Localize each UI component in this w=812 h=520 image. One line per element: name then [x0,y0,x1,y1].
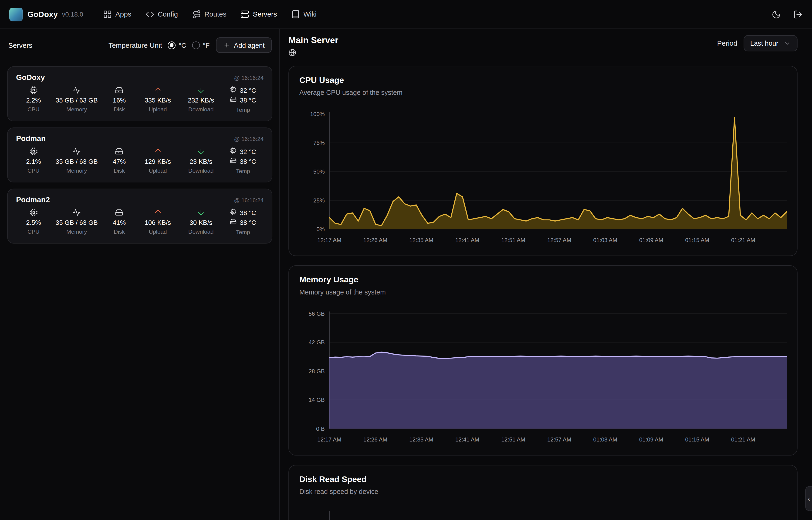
upload-label: Upload [149,229,167,235]
chart-title: Disk Read Speed [299,475,787,484]
hard-drive-icon [230,218,237,227]
chart-title: Memory Usage [299,275,787,284]
arrow-down-icon [197,147,205,156]
nav-label: Apps [115,10,131,18]
upload-stat: 106 KB/s Upload [136,208,179,235]
cpu-temp-value: 32 °C [240,87,256,94]
svg-text:12:35 AM: 12:35 AM [409,237,433,243]
activity-icon [73,147,81,156]
radio-dot-icon [168,41,175,49]
server-card-podman[interactable]: Podman @ 16:16:24 2.1% CPU 35 GB / 63 GB… [7,127,272,182]
hard-drive-icon [230,157,237,166]
cpu-label: CPU [27,167,39,174]
cpu-value: 2.5% [26,219,41,227]
sidebar-title: Servers [8,41,32,49]
svg-text:12:41 AM: 12:41 AM [455,237,479,243]
nav-label: Servers [253,10,277,18]
chart-subtitle: Memory usage of the system [299,288,787,296]
download-stat: 30 KB/s Download [179,208,222,235]
period-label: Period [717,40,737,47]
cpu-chip-icon [29,86,38,95]
nav-item-servers[interactable]: Servers [241,10,277,19]
svg-text:01:09 AM: 01:09 AM [639,237,663,243]
theme-toggle-moon-icon[interactable] [772,9,781,19]
disk-stat: 47% Disk [103,147,136,174]
chevron-down-icon [784,40,791,47]
disk-read-speed-chart: 1/2MB/s12:17 AM12:26 AM12:35 AM12:41 AM1… [299,508,787,520]
nav-label: Wiki [303,10,317,18]
download-label: Download [188,106,214,112]
disk-value: 47% [113,158,126,165]
code-icon [145,10,154,19]
add-agent-label: Add agent [234,41,265,49]
nav-item-wiki[interactable]: Wiki [291,10,317,19]
disk-temp-value: 38 °C [240,97,256,104]
arrow-down-icon [197,208,205,217]
arrow-up-icon [153,147,162,156]
server-card-podman2[interactable]: Podman2 @ 16:16:24 2.5% CPU 35 GB / 63 G… [7,189,272,244]
topbar-actions [772,9,803,19]
svg-text:01:21 AM: 01:21 AM [731,436,755,443]
main-header: Main Server Period Last hour [288,35,797,58]
disk-read-speed-card: Disk Read Speed Disk read speed by devic… [288,465,797,520]
server-updated-time: @ 16:16:24 [234,197,263,203]
activity-icon [73,208,81,217]
page-title: Main Server [288,35,338,46]
hard-drive-icon [230,96,237,105]
disk-label: Disk [114,167,125,174]
radio-circle-icon [192,41,199,49]
svg-text:01:15 AM: 01:15 AM [685,237,709,243]
cpu-label: CPU [27,106,39,112]
svg-text:12:51 AM: 12:51 AM [501,436,525,443]
period-value: Last hour [750,40,779,47]
grid-icon [103,10,112,19]
hard-drive-icon [115,86,123,95]
download-label: Download [188,229,214,235]
chart-title: CPU Usage [299,76,787,85]
svg-text:12:51 AM: 12:51 AM [501,237,525,243]
celsius-label: °C [178,41,186,49]
logout-icon[interactable] [793,9,803,19]
fahrenheit-label: °F [203,41,209,49]
cpu-stat: 2.1% CPU [16,147,51,174]
chart-subtitle: Average CPU usage of the system [299,88,787,96]
cpu-chip-icon [230,208,237,217]
panel-collapse-handle[interactable]: ‹ [805,486,812,511]
svg-text:50%: 50% [313,168,325,175]
svg-text:100%: 100% [310,111,325,117]
radio-celsius[interactable]: °C [168,41,186,49]
svg-text:12:57 AM: 12:57 AM [547,436,571,443]
upload-value: 129 KB/s [145,158,171,165]
globe-icon[interactable] [288,49,338,58]
upload-stat: 335 KB/s Upload [136,86,179,112]
add-agent-button[interactable]: Add agent [216,37,272,53]
server-icon [241,10,249,19]
version-label: v0.18.0 [62,11,83,18]
upload-label: Upload [149,106,167,112]
svg-text:0%: 0% [316,226,325,232]
svg-text:01:15 AM: 01:15 AM [685,436,709,443]
memory-label: Memory [66,167,87,174]
memory-value: 35 GB / 63 GB [56,219,98,227]
chart-card-list: CPU Usage Average CPU usage of the syste… [288,66,797,520]
disk-label: Disk [114,229,125,235]
nav-label: Config [158,10,178,18]
nav-item-config[interactable]: Config [145,10,178,19]
server-name: Podman [16,134,46,142]
server-card-godoxy[interactable]: GoDoxy @ 16:16:24 2.2% CPU 35 GB / 63 GB… [7,67,272,121]
sidebar-header: Servers Temperature Unit °C °F Add agent [0,29,279,61]
cpu-chip-icon [29,147,38,156]
nav-item-apps[interactable]: Apps [103,10,131,19]
temp-stat: 38 °C 38 °C Temp [223,208,264,235]
period-select[interactable]: Last hour [744,35,797,51]
temp-label: Temp [236,107,250,113]
download-value: 232 KB/s [188,97,214,104]
cpu-stat: 2.5% CPU [16,208,51,235]
disk-temp-value: 38 °C [240,219,256,226]
nav-item-routes[interactable]: Routes [192,10,226,19]
book-icon [291,10,300,19]
svg-text:56 GB: 56 GB [308,311,325,317]
memory-label: Memory [66,229,87,235]
disk-value: 16% [113,97,126,104]
radio-fahrenheit[interactable]: °F [192,41,209,49]
